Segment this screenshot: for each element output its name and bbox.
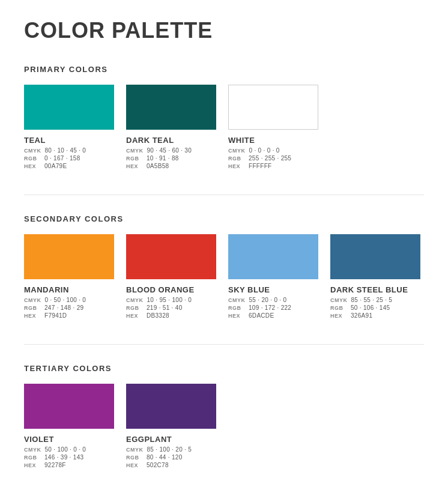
rgb-label: RGB bbox=[126, 455, 143, 461]
cmyk-label: CMYK bbox=[330, 297, 348, 303]
cmyk-label: CMYK bbox=[126, 297, 144, 303]
color-section-0: PRIMARY COLORSTEALCMYK80 · 10 · 45 · 0RG… bbox=[24, 65, 424, 171]
hex-value: 92278F bbox=[44, 462, 66, 468]
color-swatch-blood-orange bbox=[126, 234, 216, 279]
cmyk-row: CMYK0 · 50 · 100 · 0 bbox=[24, 297, 114, 303]
cmyk-value: 90 · 45 · 60 · 30 bbox=[147, 147, 192, 154]
color-row-2: VIOLETCMYK50 · 100 · 0 · 0RGB146 · 39 · … bbox=[24, 384, 424, 470]
rgb-label: RGB bbox=[330, 305, 347, 311]
hex-label: HEX bbox=[126, 163, 143, 169]
section-title-0: PRIMARY COLORS bbox=[24, 65, 424, 74]
color-name: SKY BLUE bbox=[228, 285, 318, 294]
hex-value: 0A5B58 bbox=[147, 163, 169, 169]
hex-label: HEX bbox=[228, 163, 245, 169]
hex-row: HEX6DACDE bbox=[228, 312, 318, 319]
cmyk-row: CMYK50 · 100 · 0 · 0 bbox=[24, 446, 114, 453]
hex-label: HEX bbox=[126, 313, 143, 319]
hex-value: 00A79E bbox=[44, 163, 67, 169]
cmyk-row: CMYK90 · 45 · 60 · 30 bbox=[126, 147, 216, 154]
cmyk-label: CMYK bbox=[228, 148, 246, 154]
page-title: COLOR PALETTE bbox=[24, 18, 424, 43]
color-row-1: MANDARINCMYK0 · 50 · 100 · 0RGB247 · 148… bbox=[24, 234, 424, 320]
cmyk-value: 0 · 50 · 100 · 0 bbox=[45, 297, 86, 303]
color-swatch-dark-steel-blue bbox=[330, 234, 420, 279]
hex-label: HEX bbox=[24, 462, 41, 468]
color-item-white: WHITECMYK0 · 0 · 0 · 0RGB255 · 255 · 255… bbox=[228, 85, 318, 171]
color-name: TEAL bbox=[24, 136, 114, 145]
cmyk-row: CMYK85 · 100 · 20 · 5 bbox=[126, 446, 216, 453]
cmyk-label: CMYK bbox=[228, 297, 246, 303]
color-name: BLOOD ORANGE bbox=[126, 285, 216, 294]
cmyk-value: 80 · 10 · 45 · 0 bbox=[45, 147, 86, 154]
hex-label: HEX bbox=[228, 313, 245, 319]
rgb-value: 10 · 91 · 88 bbox=[147, 155, 179, 162]
rgb-value: 0 · 167 · 158 bbox=[44, 155, 80, 162]
cmyk-value: 10 · 95 · 100 · 0 bbox=[147, 297, 192, 303]
color-item-mandarin: MANDARINCMYK0 · 50 · 100 · 0RGB247 · 148… bbox=[24, 234, 114, 320]
rgb-label: RGB bbox=[228, 305, 245, 311]
cmyk-row: CMYK10 · 95 · 100 · 0 bbox=[126, 297, 216, 303]
cmyk-row: CMYK0 · 0 · 0 · 0 bbox=[228, 147, 318, 154]
color-name: DARK TEAL bbox=[126, 136, 216, 145]
rgb-value: 255 · 255 · 255 bbox=[249, 155, 291, 162]
color-item-teal: TEALCMYK80 · 10 · 45 · 0RGB0 · 167 · 158… bbox=[24, 85, 114, 171]
color-swatch-violet bbox=[24, 384, 114, 429]
cmyk-row: CMYK80 · 10 · 45 · 0 bbox=[24, 147, 114, 154]
cmyk-value: 85 · 100 · 20 · 5 bbox=[147, 446, 192, 453]
color-item-blood-orange: BLOOD ORANGECMYK10 · 95 · 100 · 0RGB219 … bbox=[126, 234, 216, 320]
section-title-2: TERTIARY COLORS bbox=[24, 364, 424, 373]
color-item-eggplant: EGGPLANTCMYK85 · 100 · 20 · 5RGB80 · 44 … bbox=[126, 384, 216, 470]
hex-label: HEX bbox=[24, 313, 41, 319]
rgb-value: 146 · 39 · 143 bbox=[44, 454, 83, 461]
color-item-violet: VIOLETCMYK50 · 100 · 0 · 0RGB146 · 39 · … bbox=[24, 384, 114, 470]
rgb-row: RGB247 · 148 · 29 bbox=[24, 304, 114, 311]
color-name: MANDARIN bbox=[24, 285, 114, 294]
color-row-0: TEALCMYK80 · 10 · 45 · 0RGB0 · 167 · 158… bbox=[24, 85, 424, 171]
hex-row: HEXFFFFFF bbox=[228, 163, 318, 169]
hex-label: HEX bbox=[330, 313, 347, 319]
rgb-value: 80 · 44 · 120 bbox=[147, 454, 183, 461]
cmyk-label: CMYK bbox=[24, 297, 41, 303]
rgb-value: 109 · 172 · 222 bbox=[249, 304, 291, 311]
rgb-row: RGB255 · 255 · 255 bbox=[228, 155, 318, 162]
cmyk-value: 50 · 100 · 0 · 0 bbox=[45, 446, 86, 453]
hex-value: FFFFFF bbox=[249, 163, 271, 169]
rgb-label: RGB bbox=[24, 156, 41, 162]
rgb-label: RGB bbox=[228, 156, 245, 162]
rgb-row: RGB219 · 51 · 40 bbox=[126, 304, 216, 311]
rgb-row: RGB80 · 44 · 120 bbox=[126, 454, 216, 461]
color-item-dark-steel-blue: DARK STEEL BLUECMYK85 · 55 · 25 · 5RGB50… bbox=[330, 234, 420, 320]
rgb-label: RGB bbox=[24, 455, 41, 461]
hex-value: 6DACDE bbox=[249, 312, 274, 319]
hex-row: HEX0A5B58 bbox=[126, 163, 216, 169]
hex-label: HEX bbox=[24, 163, 41, 169]
hex-row: HEX502C78 bbox=[126, 462, 216, 468]
color-name: WHITE bbox=[228, 136, 318, 145]
cmyk-row: CMYK85 · 55 · 25 · 5 bbox=[330, 297, 420, 303]
rgb-label: RGB bbox=[126, 305, 143, 311]
color-name: VIOLET bbox=[24, 435, 114, 444]
rgb-row: RGB0 · 167 · 158 bbox=[24, 155, 114, 162]
hex-value: DB3328 bbox=[147, 312, 169, 319]
rgb-row: RGB109 · 172 · 222 bbox=[228, 304, 318, 311]
color-item-dark-teal: DARK TEALCMYK90 · 45 · 60 · 30RGB10 · 91… bbox=[126, 85, 216, 171]
color-name: DARK STEEL BLUE bbox=[330, 285, 420, 294]
rgb-value: 219 · 51 · 40 bbox=[147, 304, 183, 311]
section-divider bbox=[24, 344, 424, 345]
color-swatch-eggplant bbox=[126, 384, 216, 429]
rgb-row: RGB146 · 39 · 143 bbox=[24, 454, 114, 461]
color-name: EGGPLANT bbox=[126, 435, 216, 444]
hex-row: HEXDB3328 bbox=[126, 312, 216, 319]
rgb-row: RGB50 · 106 · 145 bbox=[330, 304, 420, 311]
cmyk-value: 0 · 0 · 0 · 0 bbox=[249, 147, 280, 154]
rgb-value: 247 · 148 · 29 bbox=[44, 304, 83, 311]
color-section-1: SECONDARY COLORSMANDARINCMYK0 · 50 · 100… bbox=[24, 214, 424, 320]
hex-row: HEX92278F bbox=[24, 462, 114, 468]
cmyk-label: CMYK bbox=[126, 447, 144, 453]
hex-value: F7941D bbox=[44, 312, 67, 319]
hex-value: 326A91 bbox=[351, 312, 372, 319]
rgb-value: 50 · 106 · 145 bbox=[351, 304, 390, 311]
hex-value: 502C78 bbox=[147, 462, 169, 468]
color-swatch-mandarin bbox=[24, 234, 114, 279]
cmyk-value: 85 · 55 · 25 · 5 bbox=[351, 297, 393, 303]
